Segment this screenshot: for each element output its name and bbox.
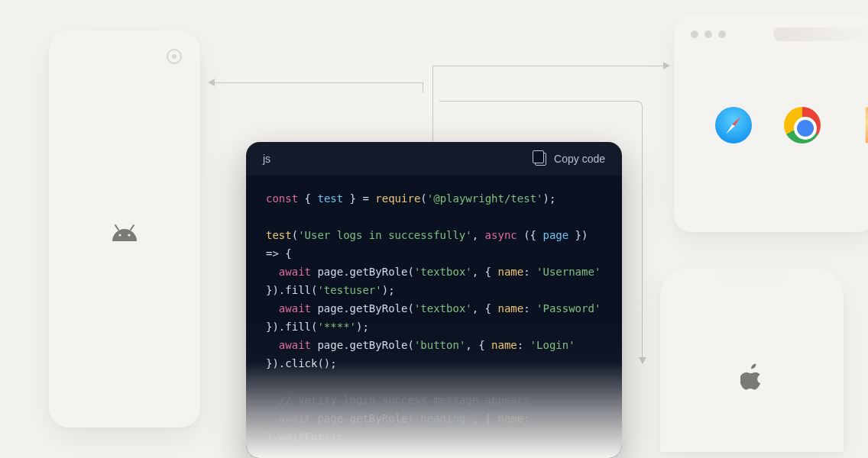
- safari-icon: [715, 107, 752, 144]
- code-token: test: [317, 192, 343, 205]
- traffic-light-dot: [691, 31, 698, 38]
- code-token: 'button': [414, 339, 465, 351]
- code-token: 'heading': [414, 412, 472, 424]
- code-token: 'Username': [536, 266, 601, 278]
- code-token: require: [375, 192, 420, 205]
- code-language-label: js: [263, 153, 270, 165]
- code-token: async: [485, 229, 517, 241]
- code-token: 'Password': [536, 302, 601, 314]
- code-token: name: [491, 339, 517, 351]
- copy-code-button[interactable]: Copy code: [535, 153, 605, 166]
- code-token: ).waitFor();: [266, 431, 343, 443]
- code-token: '@playwright/test': [427, 192, 543, 205]
- arrow-left-icon: [208, 79, 215, 86]
- chrome-icon: [784, 107, 821, 144]
- apple-icon: [740, 363, 763, 391]
- svg-line-1: [131, 225, 134, 230]
- code-token: name: [497, 266, 523, 278]
- arrow-right-icon: [663, 62, 670, 69]
- code-token: name: [497, 412, 523, 424]
- code-body: const { test } = require('@playwright/te…: [246, 176, 622, 458]
- code-token: 'textbox': [414, 302, 472, 314]
- connector-line: [211, 82, 423, 93]
- code-token: name: [497, 302, 523, 314]
- code-token: '****': [317, 321, 356, 333]
- code-token: test: [266, 229, 292, 241]
- url-bar: [773, 27, 868, 41]
- copy-code-label: Copy code: [554, 153, 605, 165]
- code-token: await: [279, 339, 311, 351]
- svg-point-3: [128, 234, 130, 236]
- android-phone-mockup: [49, 31, 200, 427]
- browser-icons-row: [715, 107, 868, 144]
- code-token: await: [279, 266, 311, 278]
- copy-icon: [535, 153, 546, 166]
- traffic-light-dot: [718, 31, 726, 38]
- code-token: await: [279, 302, 311, 314]
- svg-point-2: [118, 234, 121, 236]
- browser-window-mockup: [674, 15, 868, 232]
- code-snippet-card: js Copy code const { test } = require('@…: [246, 142, 622, 458]
- android-icon: [109, 223, 140, 241]
- code-token: const: [266, 192, 298, 205]
- code-token: page: [542, 229, 568, 241]
- iphone-notch: [715, 269, 789, 287]
- firefox-icon: [853, 107, 868, 144]
- code-token: 'textbox': [414, 266, 472, 278]
- android-camera-dot: [167, 49, 182, 64]
- arrow-down-icon: [639, 357, 646, 364]
- code-token: 'User logs in successfully': [298, 229, 472, 241]
- code-token: 'Login': [530, 339, 575, 351]
- iphone-mockup: [660, 269, 844, 452]
- code-token: // Verify login success message appears: [279, 394, 530, 406]
- code-header: js Copy code: [246, 142, 622, 176]
- code-token: await: [279, 412, 311, 424]
- code-token: 'testuser': [317, 284, 381, 296]
- window-traffic-lights: [691, 31, 726, 38]
- svg-line-0: [115, 225, 118, 230]
- traffic-light-dot: [704, 31, 712, 38]
